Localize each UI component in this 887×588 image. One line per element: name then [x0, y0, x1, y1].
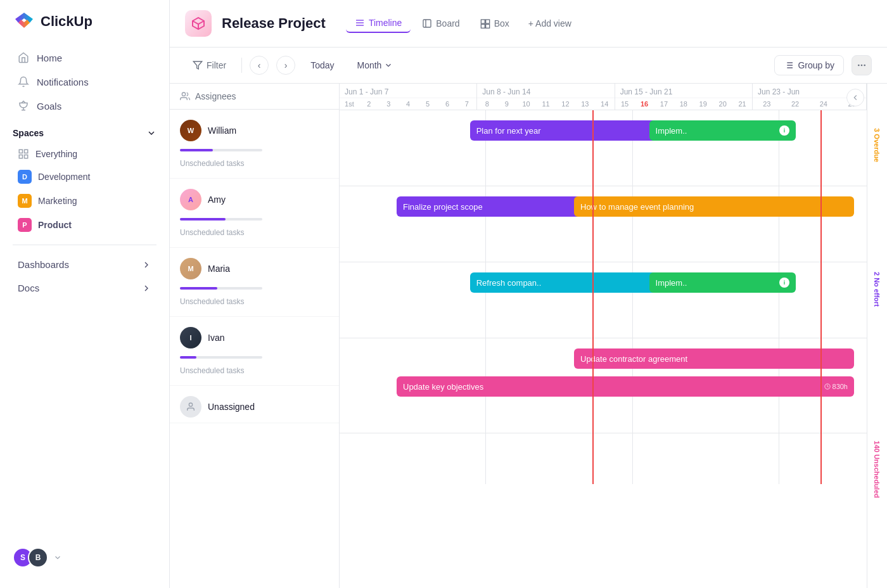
sidebar-item-goals[interactable]: Goals — [5, 94, 164, 118]
progress-william — [170, 146, 339, 154]
sidebar-item-dashboards[interactable]: Dashboards — [5, 253, 164, 276]
unscheduled-ivan: Unscheduled tasks — [170, 361, 339, 385]
progress-ivan — [170, 354, 339, 361]
svg-rect-1 — [25, 150, 28, 153]
task-bar-event-planning[interactable]: How to manage event planning — [574, 196, 854, 217]
day-12: 12 — [556, 98, 575, 110]
avatar-b[interactable]: B — [28, 547, 48, 568]
group-by-button[interactable]: Group by — [774, 55, 844, 75]
sidebar-item-product[interactable]: P Product — [5, 213, 164, 237]
tab-timeline[interactable]: Timeline — [346, 14, 411, 33]
week-label-3: Jun 15 - Jun 21 — [615, 84, 752, 98]
progress-maria — [170, 284, 339, 292]
week-label-1: Jun 1 - Jun 7 — [340, 84, 476, 98]
task-bar-implem-william[interactable]: Implem.. i — [649, 120, 796, 141]
collapse-button[interactable] — [846, 89, 864, 106]
sidebar-item-development[interactable]: D Development — [5, 165, 164, 189]
day-1st: 1st — [340, 98, 359, 110]
logo[interactable]: ClickUp — [0, 10, 169, 46]
prev-button[interactable]: ‹ — [250, 56, 269, 75]
assignee-name-william: William — [208, 125, 236, 136]
filter-icon — [193, 60, 203, 70]
svg-rect-10 — [485, 20, 489, 23]
svg-point-24 — [189, 403, 192, 406]
board-icon — [422, 18, 432, 29]
progress-amy — [170, 215, 339, 223]
clickup-logo-icon — [13, 10, 35, 33]
project-box-icon — [191, 16, 206, 31]
month-chevron-icon — [384, 61, 393, 70]
task-bar-finalize[interactable]: Finalize project scope — [397, 196, 602, 217]
today-button[interactable]: Today — [303, 56, 341, 74]
sidebar-item-docs[interactable]: Docs — [5, 276, 164, 300]
sidebar-item-marketing[interactable]: M Marketing — [5, 189, 164, 213]
avatar-amy: A — [180, 189, 201, 210]
group-by-icon — [784, 60, 794, 70]
more-options-button[interactable] — [852, 55, 872, 75]
day-11: 11 — [536, 98, 556, 110]
task-label-refresh: Refresh compan.. — [476, 278, 542, 288]
svg-point-20 — [858, 65, 859, 65]
chevron-down-icon[interactable] — [146, 128, 156, 138]
sidebar-item-everything[interactable]: Everything — [5, 143, 164, 165]
toolbar-divider — [241, 58, 242, 73]
assignee-name-maria: Maria — [208, 264, 230, 274]
sidebar-footer: S B — [0, 537, 169, 578]
week-label-2: Jun 8 - Jun 14 — [477, 84, 614, 98]
app-name: ClickUp — [41, 13, 93, 30]
task-bar-contractor[interactable]: Update contractor agreement — [574, 348, 854, 369]
day-2: 2 — [359, 98, 379, 110]
timeline-rows: Plan for next year 830h Implem.. — [340, 110, 867, 484]
assignees-icon — [180, 91, 190, 101]
unscheduled-william: Unscheduled tasks — [170, 154, 339, 178]
assignee-row-unassigned: Unassigned — [170, 386, 339, 423]
development-space-icon: D — [18, 170, 32, 184]
task-info-m: i — [779, 278, 789, 288]
svg-rect-11 — [481, 24, 485, 28]
tab-board[interactable]: Board — [413, 15, 468, 32]
trophy-icon — [18, 100, 29, 112]
day-9: 9 — [497, 98, 516, 110]
right-label-noeffort[interactable]: 2 No effort — [867, 227, 887, 351]
svg-rect-2 — [19, 155, 22, 158]
grid-icon — [18, 148, 29, 160]
timeline-header: Jun 1 - Jun 7 1st 2 3 4 5 6 7 Jun 8 - Ju… — [340, 84, 867, 110]
day-5: 5 — [418, 98, 438, 110]
unscheduled-maria: Unscheduled tasks — [170, 292, 339, 316]
overdue-label-text: 3 Overdue — [874, 129, 881, 163]
task-label-implem-m: Implem.. — [656, 278, 687, 288]
day-21: 21 — [732, 98, 752, 110]
unscheduled-amy: Unscheduled tasks — [170, 223, 339, 247]
chevron-right-icon2 — [141, 283, 151, 293]
add-view-button[interactable]: + Add view — [521, 15, 579, 32]
task-bar-key-objectives[interactable]: Update key objectives 830h — [397, 376, 854, 397]
task-label-objectives: Update key objectives — [403, 382, 483, 392]
assignee-row-maria: M Maria Unscheduled tasks — [170, 248, 339, 317]
assignees-panel: Assignees W William Unscheduled tasks A … — [170, 84, 340, 588]
more-icon — [857, 60, 867, 70]
next-button[interactable]: › — [276, 56, 295, 75]
sidebar-divider — [13, 245, 156, 245]
sidebar-item-home[interactable]: Home — [5, 46, 164, 70]
task-bar-implem-maria[interactable]: Implem.. i — [649, 272, 796, 293]
task-label-contractor: Update contractor agreement — [580, 354, 687, 364]
avatar-unassigned — [180, 396, 201, 418]
svg-rect-0 — [19, 150, 22, 153]
day-3: 3 — [379, 98, 399, 110]
filter-button[interactable]: Filter — [185, 56, 234, 74]
tab-box[interactable]: Box — [471, 15, 518, 32]
right-label-overdue[interactable]: 3 Overdue — [867, 84, 887, 227]
right-label-unscheduled[interactable]: 140 Unscheduled — [867, 351, 887, 588]
assignee-row-ivan: I Ivan Unscheduled tasks — [170, 317, 339, 386]
sidebar: ClickUp Home Notifications Goals Spaces … — [0, 0, 170, 588]
project-title: Release Project — [222, 15, 326, 32]
svg-point-21 — [861, 65, 862, 65]
chevron-down-footer-icon[interactable] — [53, 553, 62, 562]
main-content: Release Project Timeline Board Box + Add… — [170, 0, 887, 588]
task-label-finalize: Finalize project scope — [403, 202, 483, 212]
chevron-right-icon — [141, 260, 151, 270]
sidebar-item-notifications[interactable]: Notifications — [5, 70, 164, 94]
svg-rect-7 — [423, 20, 431, 27]
week-col-2: Jun 8 - Jun 14 8 9 10 11 12 13 14 — [477, 84, 615, 110]
month-selector[interactable]: Month — [349, 56, 400, 74]
